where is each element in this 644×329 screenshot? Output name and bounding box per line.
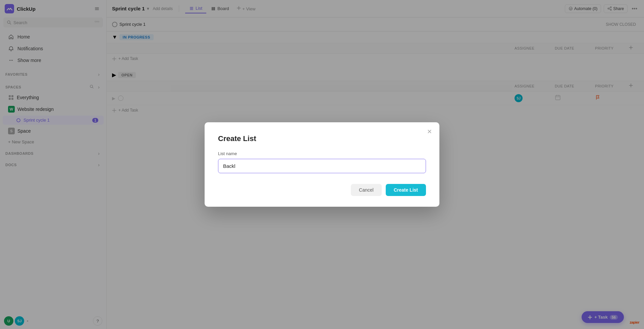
create-list-modal: ✕ Create List List name Cancel Create Li… [205,122,439,207]
cancel-button[interactable]: Cancel [351,184,382,196]
modal-close-button[interactable]: ✕ [425,127,434,136]
modal-title: Create List [218,134,426,143]
create-list-button[interactable]: Create List [386,184,426,196]
list-name-input[interactable] [218,159,426,173]
modal-actions: Cancel Create List [218,184,426,196]
modal-overlay[interactable]: ✕ Create List List name Cancel Create Li… [0,0,644,329]
modal-field-label: List name [218,151,426,156]
